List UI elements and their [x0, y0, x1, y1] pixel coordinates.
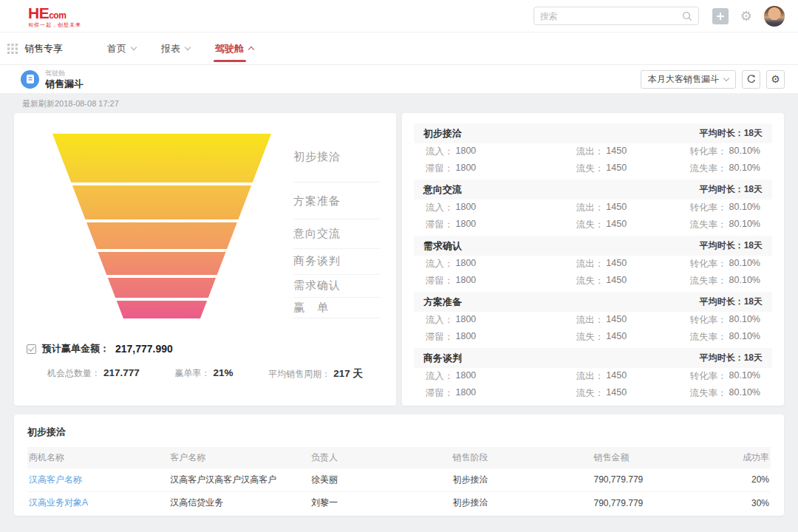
funnel-segment[interactable] [51, 252, 273, 275]
logo-he: HE [28, 4, 49, 21]
cell-customer: 汉高信贷业务 [168, 491, 310, 514]
metric-outflow: 流出： 1450 [576, 314, 677, 327]
stat-value: 217.777 [103, 367, 140, 378]
nav-item-cockpit[interactable]: 驾驶舱 [215, 33, 253, 64]
metric-stagnant: 滞留： 1800 [426, 331, 576, 344]
funnel-segment[interactable] [51, 134, 273, 183]
metric-stagnant: 滞留： 1800 [426, 163, 576, 175]
col-sales-amount: 销售金额 [593, 447, 712, 468]
cell-amount: 790,779.779 [593, 468, 712, 491]
logo-tagline: 和你一起，创想未来 [28, 22, 81, 27]
stage-header: 需求确认 平均时长：18天 [414, 236, 772, 256]
chevron-up-icon [248, 47, 254, 52]
opportunity-table: 商机名称 客户名称 负责人 销售阶段 销售金额 成功率 汉高客户名称 汉高客户汉… [27, 447, 771, 514]
stage-metrics-card: 初步接洽 平均时长：18天 流入： 1800 流出： 1450 转化率： 80.… [402, 113, 784, 406]
funnel-stats-row: 机会总数量： 217.777 赢单率： 21% 平均销售周期： 217 天 [47, 367, 363, 381]
table-row[interactable]: 汉高客户名称 汉高客户汉高客户汉高客户 徐美丽 初步接洽 790,779.779… [27, 468, 771, 491]
col-customer-name: 客户名称 [168, 447, 310, 468]
stage-name: 商务谈判 [423, 352, 462, 365]
stage-metric-row: 滞留： 1800 流失： 1450 流失率： 80.10% [414, 385, 772, 402]
col-success-rate: 成功率 [711, 447, 771, 468]
search-icon [682, 11, 692, 21]
stage-section: 方案准备 平均时长：18天 流入： 1800 流出： 1450 转化率： 80.… [414, 292, 772, 346]
stat-win-rate: 赢单率： 21% [175, 367, 233, 381]
cell-amount: 790,779.779 [593, 491, 712, 514]
duration-value: 18天 [744, 296, 763, 307]
page-category: 驾驶舱 [45, 70, 83, 77]
cell-customer: 汉高客户汉高客户汉高客户 [168, 468, 310, 491]
metric-loss-rate: 流失率： 80.10% [677, 163, 760, 175]
stage-header: 初步接洽 平均时长：18天 [414, 123, 772, 143]
stage-section: 意向交流 平均时长：18天 流入： 1800 流出： 1450 转化率： 80.… [414, 180, 772, 233]
cell-owner: 刘黎一 [310, 491, 451, 514]
metric-stagnant: 滞留： 1800 [426, 219, 576, 231]
metric-conversion-rate: 转化率： 80.10% [677, 146, 760, 158]
funnel-segments [51, 134, 273, 321]
stat-value: 217 天 [333, 367, 363, 381]
expected-amount-value: 217,777.990 [115, 343, 173, 355]
check-icon [27, 344, 36, 354]
nav-bar: 销售专享 首页 报表 驾驶舱 [0, 33, 798, 65]
stat-label: 赢单率： [175, 367, 211, 380]
funnel-segment[interactable] [51, 278, 273, 298]
metric-conversion-rate: 转化率： 80.10% [677, 370, 760, 383]
stage-header: 方案准备 平均时长：18天 [414, 292, 772, 312]
refresh-button[interactable] [742, 70, 760, 89]
opportunity-link[interactable]: 汉高客户名称 [29, 474, 82, 485]
funnel-stage-label: 商务谈判 [293, 254, 380, 275]
workspace-label[interactable]: 销售专享 [24, 42, 63, 55]
title-actions: 本月大客销售漏斗 ⚙ [641, 70, 785, 89]
stage-duration: 平均时长：18天 [700, 352, 763, 364]
funnel-card: 初步接洽 方案准备 意向交流 商务谈判 需求确认 赢 单 预计赢单金额： 217… [14, 113, 396, 406]
funnel-segment[interactable] [51, 301, 273, 318]
search-input[interactable] [540, 11, 682, 21]
metric-loss-rate: 流失率： 80.10% [677, 219, 760, 231]
metric-inflow: 流入： 1800 [426, 202, 576, 214]
metric-loss-rate: 流失率： 80.10% [677, 331, 760, 344]
stage-metric-row: 滞留： 1800 流失： 1450 流失率： 80.10% [414, 329, 772, 346]
nav-items: 首页 报表 驾驶舱 [107, 33, 253, 64]
refresh-icon [746, 74, 757, 84]
cell-owner: 徐美丽 [310, 468, 451, 491]
metric-lost: 流失： 1450 [576, 219, 677, 231]
user-avatar[interactable] [764, 6, 785, 27]
funnel-stage-label: 需求确认 [293, 279, 380, 298]
stage-header: 商务谈判 平均时长：18天 [414, 348, 772, 368]
chevron-down-icon [131, 44, 137, 50]
app-grid-icon[interactable] [7, 44, 18, 54]
funnel-segment[interactable] [51, 185, 273, 219]
metric-outflow: 流出： 1450 [576, 146, 677, 158]
add-button[interactable] [712, 8, 729, 24]
opportunity-link[interactable]: 汉高业务对象A [29, 497, 88, 508]
stage-name: 初步接洽 [423, 127, 462, 140]
funnel-stage-label: 赢 单 [293, 301, 380, 318]
stat-avg-cycle: 平均销售周期： 217 天 [268, 367, 363, 381]
nav-item-reports[interactable]: 报表 [161, 33, 190, 64]
funnel-stage-label: 方案准备 [293, 194, 380, 219]
global-search-box[interactable] [533, 7, 699, 25]
stage-metric-row: 流入： 1800 流出： 1450 转化率： 80.10% [414, 143, 772, 160]
col-opportunity-name: 商机名称 [27, 447, 168, 468]
table-row[interactable]: 汉高业务对象A 汉高信贷业务 刘黎一 初步接洽 790,779.779 30% [27, 491, 771, 514]
stage-section: 初步接洽 平均时长：18天 流入： 1800 流出： 1450 转化率： 80.… [414, 123, 772, 177]
metric-conversion-rate: 转化率： 80.10% [677, 202, 760, 214]
card-settings-gear-icon[interactable]: ⚙ [766, 70, 785, 89]
header-settings-gear-icon[interactable]: ⚙ [740, 10, 752, 23]
funnel-segment[interactable] [51, 222, 273, 249]
metric-inflow: 流入： 1800 [426, 258, 576, 270]
duration-value: 18天 [744, 352, 763, 363]
stage-metric-row: 流入： 1800 流出： 1450 转化率： 80.10% [414, 256, 772, 273]
funnel-stage-label: 初步接洽 [293, 150, 380, 183]
nav-item-home[interactable]: 首页 [107, 33, 136, 64]
stat-label: 机会总数量： [47, 367, 100, 380]
main-content: 初步接洽 方案准备 意向交流 商务谈判 需求确认 赢 单 预计赢单金额： 217… [0, 113, 798, 516]
dashboard-doc-icon [21, 70, 39, 89]
funnel-selector-dropdown[interactable]: 本月大客销售漏斗 [641, 70, 736, 89]
nav-home-label: 首页 [107, 42, 126, 55]
stage-duration: 平均时长：18天 [700, 183, 763, 196]
last-refreshed-text: 最新刷新2018-08-08 17:27 [0, 93, 798, 113]
stat-label: 平均销售周期： [268, 368, 330, 381]
stage-name: 方案准备 [423, 296, 462, 309]
logo-text: HEcom [28, 5, 81, 21]
expected-amount-label: 预计赢单金额： [42, 342, 109, 355]
